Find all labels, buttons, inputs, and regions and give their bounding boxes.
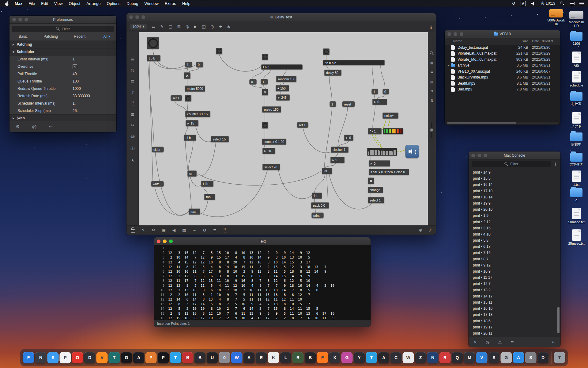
gear-icon[interactable]: ⚙ [430, 89, 433, 93]
menu-extras[interactable]: Extras [162, 1, 179, 6]
desktop-icon-x[interactable]: 実験中 [566, 132, 587, 146]
console-row[interactable]: print • 11 17 [469, 274, 560, 281]
console-log-list[interactable]: print • 14 9print • 15 5print • 16 14pri… [469, 169, 560, 337]
dock-vlc[interactable]: V [96, 352, 108, 363]
max-bng-bng[interactable] [216, 48, 222, 54]
grid-icon[interactable]: ▦ [182, 228, 186, 232]
console-row[interactable]: print • 15 5 [469, 175, 560, 182]
dock-bbedit[interactable]: B [182, 352, 194, 363]
max-obj-select-20[interactable]: select 20 [262, 164, 280, 170]
dock-audacity[interactable]: A [243, 352, 255, 363]
max-msg-0[interactable]: 0 [383, 89, 389, 94]
desktop-icon-schedule[interactable]: schedule [566, 71, 587, 87]
console-row[interactable]: print • 19 17 [469, 324, 560, 330]
toggle-icon[interactable]: ⊠ [177, 24, 181, 29]
grid-dots-icon[interactable]: ⣿ [131, 101, 134, 105]
control-center-icon[interactable] [570, 2, 574, 5]
desktop-icon-1106[interactable]: 1106 [566, 32, 587, 45]
dock-telegram[interactable]: T [170, 352, 181, 363]
volume-icon[interactable] [531, 2, 536, 6]
mixer-icon[interactable]: ≋ [227, 24, 231, 29]
slider-icon[interactable]: ◫ [202, 24, 205, 29]
max-msg-0[interactable]: 0 [196, 62, 203, 67]
column-name[interactable]: Name [453, 39, 509, 43]
text-line[interactable]: 1012 2 13 10 8 6 10 17 10 2 16 11 13 10 … [154, 288, 371, 293]
max-obj-counter-0-1-20[interactable]: counter 0 1 20 [262, 139, 286, 145]
dock-gradient-app[interactable]: G [341, 352, 353, 363]
dock-dark-app-1[interactable]: X [329, 352, 341, 363]
m-badge-icon[interactable]: Ⓜ [131, 134, 135, 140]
text-line[interactable]: 912 12 8 2 11 5 4 11 12 10 4 8 7 7 9 18 … [154, 283, 371, 288]
console-row[interactable]: print • 3 15 [469, 225, 560, 231]
max-obj-int[interactable]: int [312, 193, 322, 199]
desktop-icon-x[interactable]: 宮本依美 [566, 153, 587, 166]
star-icon[interactable]: ★ [131, 158, 134, 163]
max-obj-select-1[interactable]: select 1 [368, 197, 384, 203]
text-line[interactable]: 1212 14 6 14 8 13 4 8 7 5 11 11 12 11 12… [154, 297, 371, 302]
dock-bitwig[interactable]: B [305, 352, 316, 363]
menu-view[interactable]: View [51, 1, 66, 6]
console-row[interactable]: print • 14 9 [469, 169, 560, 175]
finder-row-blackorwhite-mp3[interactable]: ♪BlackOrWhite.mp38.6 MB2016/03/31 [445, 75, 560, 81]
max-bng-bng[interactable] [262, 122, 268, 128]
button-icon[interactable]: ◎ [186, 24, 189, 29]
dock-trash[interactable]: T [554, 352, 565, 363]
max-msg-0[interactable]: 0 [249, 79, 257, 85]
console-row[interactable]: print • 8 7 [469, 256, 560, 262]
text-line[interactable]: 11 2 2 10 11 5 1 10 9 7 5 11 11 15 18 8 … [154, 293, 371, 297]
max-obj-delay-50[interactable]: delay 50 [324, 70, 341, 76]
max-bng-bng[interactable] [185, 95, 191, 102]
inspector-icon[interactable]: ▥ [430, 80, 433, 84]
pref-section-patching[interactable]: ▶Patching [9, 41, 116, 48]
max-num-20[interactable]: ▶20 [262, 148, 275, 154]
patch-cord[interactable] [148, 61, 154, 147]
finder-row-beatit-mp3[interactable]: ♪BeatIt.mp38.1 MB2016/03/31 [445, 80, 560, 86]
max-msg-print[interactable]: print [311, 213, 324, 218]
max-msg-set-1[interactable]: set 1 [171, 95, 182, 101]
max-msg-1[interactable]: 1 [185, 62, 192, 67]
window-controls[interactable] [469, 154, 487, 157]
plus-icon[interactable]: + [219, 24, 222, 29]
patch-cord[interactable] [315, 174, 325, 193]
max-obj-cr[interactable]: cr [187, 171, 197, 177]
dock-devtools[interactable]: D [84, 352, 96, 363]
console-filter-input[interactable]: Filter [472, 161, 551, 167]
lock-icon[interactable] [131, 229, 135, 233]
dock-unity[interactable]: U [207, 352, 218, 363]
text-editor[interactable]: 1212 3 15 12 7 5 15 10 8 10 13 12 2 9 9 … [154, 245, 371, 320]
max-bng-bng[interactable] [323, 48, 330, 55]
dock-dark-app-3[interactable]: Z [415, 352, 426, 363]
patch-cord[interactable] [219, 54, 262, 71]
input-source-icon[interactable]: A [521, 1, 526, 6]
dock-photos[interactable]: P [60, 352, 71, 363]
note-icon[interactable]: ♪ [429, 228, 432, 232]
desktop-icon-50msec-txt[interactable]: 50msec.txt [566, 208, 587, 224]
dock-dark-app-5[interactable]: M [464, 352, 475, 363]
patch-cord[interactable] [153, 49, 154, 56]
pref-value-redraw-queue-throttle[interactable]: 1000 [73, 86, 81, 91]
desktop-icon-x[interactable]: お仕事 [566, 92, 587, 105]
console-row[interactable]: print • 1 9 [469, 213, 560, 219]
console-row[interactable]: print • 16 10 [469, 305, 560, 312]
patch-canvas[interactable]: t b b10×metro 5000set 1counter 0 1 15▶15… [139, 32, 428, 225]
max-tgl-tgl[interactable]: × [184, 72, 190, 79]
window-controls[interactable] [154, 240, 173, 243]
dock-ableton[interactable]: A [378, 352, 390, 363]
back-icon[interactable]: ← [552, 339, 556, 344]
patcher-titlebar[interactable]: ▦ Delay_test [126, 13, 436, 21]
dock-vscode[interactable]: V [476, 352, 488, 363]
checkbox-overdrive[interactable]: × [73, 64, 77, 69]
info-icon[interactable]: ⓘ [131, 146, 135, 151]
warning-icon[interactable]: ⚠ [498, 339, 502, 344]
max-obj-change[interactable]: change [368, 187, 383, 193]
dock-opera[interactable]: O [72, 352, 83, 363]
patch-cord[interactable] [278, 170, 314, 199]
finder-column-headers[interactable]: NameSizeDate...dified▼ [445, 38, 560, 44]
clear-icon[interactable]: × [473, 339, 477, 344]
max-obj-t-i-b[interactable]: t i b [184, 135, 196, 141]
picture-icon[interactable]: ▦ [131, 112, 134, 117]
max-obj-metro-5000[interactable]: metro 5000 [185, 86, 205, 92]
dock-renoise[interactable]: R [292, 352, 304, 363]
layers-icon[interactable]: ≣ [131, 57, 134, 61]
filters-icon[interactable]: ⇅ [430, 99, 433, 103]
